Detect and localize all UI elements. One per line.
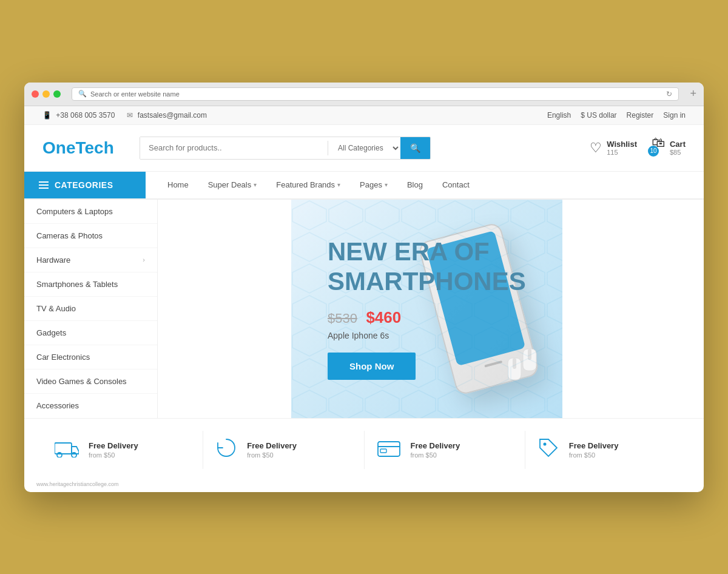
categories-button[interactable]: CATEGORIES — [24, 172, 146, 198]
cart-total: $85 — [670, 149, 686, 156]
content-area: Computers & Laptops Cameras & Photos Har… — [24, 200, 704, 418]
feature-title-3: Free Delivery — [411, 441, 460, 450]
chevron-down-icon: ▾ — [385, 181, 388, 188]
category-video-games[interactable]: Video Games & Consoles — [24, 370, 157, 394]
svg-point-12 — [543, 442, 546, 445]
search-bar: All Categories 🔍 — [140, 137, 431, 160]
refresh-icon — [215, 437, 237, 463]
header: OneTech All Categories 🔍 ♡ Wishlist 115 … — [24, 125, 704, 172]
nav-featured-brands[interactable]: Featured Brands ▾ — [266, 172, 350, 198]
category-smartphones[interactable]: Smartphones & Tablets — [24, 272, 157, 297]
cart-button[interactable]: 🛍 10 Cart $85 — [652, 135, 686, 161]
reload-button[interactable]: ↻ — [666, 90, 672, 98]
address-text: Search or enter website name — [90, 90, 180, 98]
hero-content: NEW ERA OF SMARTPHONES $530 $460 Apple I… — [328, 237, 526, 380]
heart-icon: ♡ — [590, 140, 602, 156]
nav-home[interactable]: Home — [158, 172, 198, 198]
address-bar[interactable]: 🔍 Search or enter website name ↻ — [72, 87, 679, 101]
register-link[interactable]: Register — [627, 111, 654, 120]
minimize-button[interactable] — [42, 90, 50, 98]
wishlist-label: Wishlist — [607, 140, 637, 149]
nav-super-deals[interactable]: Super Deals ▾ — [198, 172, 267, 198]
cart-badge: 10 — [648, 146, 659, 157]
categories-label: CATEGORIES — [55, 180, 113, 190]
hero-banner: NEW ERA OF SMARTPHONES $530 $460 Apple I… — [291, 200, 562, 418]
original-price: $530 — [328, 311, 357, 326]
category-computers[interactable]: Computers & Laptops — [24, 200, 157, 224]
svg-rect-11 — [380, 449, 386, 453]
chevron-down-icon: ▾ — [254, 181, 257, 188]
wishlist-button[interactable]: ♡ Wishlist 115 — [590, 140, 637, 156]
svg-rect-6 — [55, 443, 72, 454]
search-button[interactable]: 🔍 — [400, 137, 430, 159]
nav-blog[interactable]: Blog — [397, 172, 433, 198]
nav-contact[interactable]: Contact — [433, 172, 479, 198]
feature-title-4: Free Delivery — [569, 441, 619, 450]
close-button[interactable] — [32, 90, 39, 98]
feature-subtitle-4: from $50 — [569, 451, 619, 459]
wishlist-count: 115 — [607, 149, 637, 156]
hero-title: NEW ERA OF SMARTPHONES — [328, 237, 526, 296]
email-info: ✉ fastsales@gmail.com — [127, 111, 207, 120]
header-actions: ♡ Wishlist 115 🛍 10 Cart $85 — [590, 135, 686, 161]
category-gadgets[interactable]: Gadgets — [24, 321, 157, 345]
sale-price: $460 — [366, 308, 401, 326]
new-tab-button[interactable]: + — [690, 87, 696, 100]
feature-delivery-3: Free Delivery from $50 — [365, 431, 525, 469]
category-select[interactable]: All Categories — [328, 137, 400, 159]
phone-info: 📱 +38 068 005 3570 — [42, 111, 115, 120]
chevron-down-icon: ▾ — [337, 181, 340, 188]
feature-delivery-1: Free Delivery from $50 — [42, 431, 203, 469]
top-bar-left: 📱 +38 068 005 3570 ✉ fastsales@gmail.com — [42, 111, 207, 120]
tag-icon — [538, 437, 559, 463]
currency-selector[interactable]: $ US dollar — [581, 111, 616, 120]
feature-subtitle-2: from $50 — [247, 451, 297, 459]
sidebar: Computers & Laptops Cameras & Photos Har… — [24, 200, 158, 418]
search-input[interactable] — [140, 137, 328, 159]
feature-subtitle-3: from $50 — [411, 451, 460, 459]
logo[interactable]: OneTech — [42, 138, 127, 158]
cart-label: Cart — [670, 140, 686, 149]
nav-bar: CATEGORIES Home Super Deals ▾ Featured B… — [24, 172, 704, 200]
top-bar: 📱 +38 068 005 3570 ✉ fastsales@gmail.com… — [24, 106, 704, 125]
feature-delivery-4: Free Delivery from $50 — [525, 431, 686, 469]
email-icon: ✉ — [127, 111, 133, 120]
feature-title-2: Free Delivery — [247, 441, 297, 450]
hamburger-icon — [39, 181, 49, 189]
chevron-right-icon: › — [143, 256, 145, 263]
category-accessories[interactable]: Accessories — [24, 394, 157, 417]
signin-link[interactable]: Sign in — [663, 111, 686, 120]
language-selector[interactable]: English — [547, 111, 571, 120]
payment-icon — [377, 438, 401, 462]
shop-now-button[interactable]: Shop Now — [328, 353, 416, 380]
hero-pricing: $530 $460 — [328, 308, 526, 327]
browser-window: 🔍 Search or enter website name ↻ + 📱 +38… — [24, 83, 704, 492]
categories-dropdown: Computers & Laptops Cameras & Photos Har… — [24, 200, 158, 417]
category-car-electronics[interactable]: Car Electronics — [24, 345, 157, 370]
nav-pages[interactable]: Pages ▾ — [350, 172, 397, 198]
feature-subtitle-1: from $50 — [89, 451, 138, 459]
phone-icon: 📱 — [42, 111, 52, 120]
category-cameras[interactable]: Cameras & Photos — [24, 224, 157, 248]
main-nav: Home Super Deals ▾ Featured Brands ▾ Pag… — [146, 172, 491, 198]
maximize-button[interactable] — [53, 90, 61, 98]
top-bar-right: English $ US dollar Register Sign in — [547, 111, 686, 120]
features-bar: Free Delivery from $50 Free Delivery fro… — [24, 418, 704, 481]
delivery-truck-icon — [55, 438, 79, 462]
browser-titlebar: 🔍 Search or enter website name ↻ + — [24, 83, 704, 106]
search-icon: 🔍 — [78, 90, 87, 98]
feature-title-1: Free Delivery — [89, 441, 138, 450]
feature-delivery-2: Free Delivery from $50 — [203, 431, 364, 469]
product-name: Apple Iphone 6s — [328, 331, 526, 340]
svg-rect-1 — [528, 349, 531, 360]
watermark: www.heritagechristiancollege.com — [30, 479, 704, 490]
category-tv-audio[interactable]: TV & Audio — [24, 297, 157, 321]
browser-dots — [32, 90, 61, 98]
category-hardware[interactable]: Hardware › — [24, 248, 157, 272]
